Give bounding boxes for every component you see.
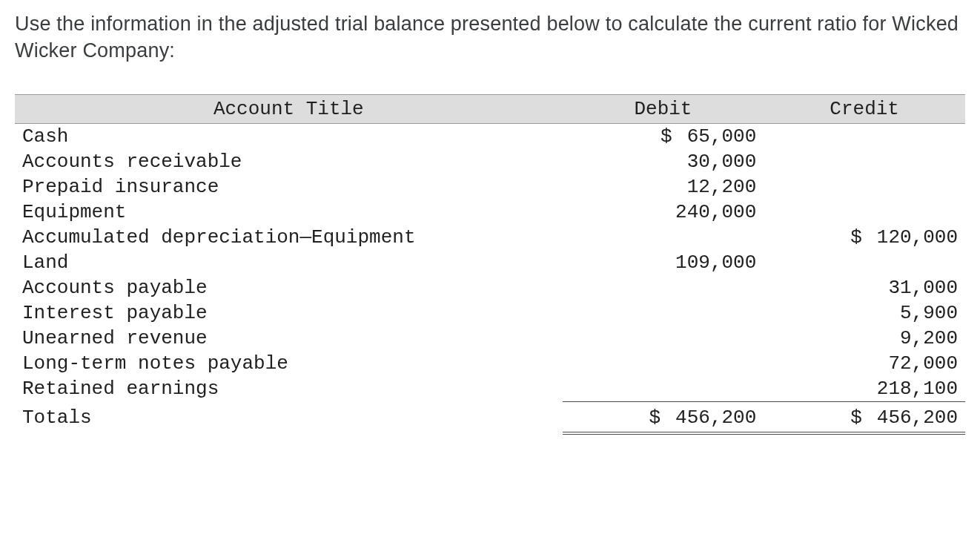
account-title: Interest payable [15, 300, 563, 326]
table-row: Prepaid insurance 12,200 [15, 174, 965, 200]
credit-value: 9,200 [764, 326, 965, 351]
table-row: Interest payable 5,900 [15, 300, 965, 326]
debit-value [563, 300, 764, 326]
debit-value: $ 65,000 [563, 123, 764, 149]
account-title: Equipment [15, 200, 563, 225]
account-title: Land [15, 250, 563, 275]
credit-value: 5,900 [764, 300, 965, 326]
trial-balance-table: Account Title Debit Credit Cash$ 65,000A… [15, 94, 965, 435]
account-title: Prepaid insurance [15, 174, 563, 200]
table-row: Retained earnings 218,100 [15, 376, 965, 402]
table-row: Long-term notes payable 72,000 [15, 351, 965, 376]
credit-value [764, 200, 965, 225]
credit-value [764, 174, 965, 200]
debit-value [563, 225, 764, 250]
credit-value: 218,100 [764, 376, 965, 402]
debit-value: 109,000 [563, 250, 764, 275]
totals-credit: $ 456,200 [764, 401, 965, 433]
table-row: Accounts receivable 30,000 [15, 149, 965, 174]
credit-value: 72,000 [764, 351, 965, 376]
col-header-account: Account Title [15, 94, 563, 123]
table-row: Accounts payable 31,000 [15, 275, 965, 300]
debit-value [563, 376, 764, 402]
totals-label: Totals [15, 401, 563, 433]
col-header-credit: Credit [764, 94, 965, 123]
credit-value [764, 149, 965, 174]
account-title: Cash [15, 123, 563, 149]
credit-value: 31,000 [764, 275, 965, 300]
debit-value [563, 275, 764, 300]
account-title: Accounts receivable [15, 149, 563, 174]
credit-value: $ 120,000 [764, 225, 965, 250]
account-title: Long-term notes payable [15, 351, 563, 376]
table-row: Unearned revenue 9,200 [15, 326, 965, 351]
account-title: Accounts payable [15, 275, 563, 300]
table-header-row: Account Title Debit Credit [15, 94, 965, 123]
debit-value: 240,000 [563, 200, 764, 225]
credit-value [764, 250, 965, 275]
totals-debit: $ 456,200 [563, 401, 764, 433]
table-row: Equipment 240,000 [15, 200, 965, 225]
account-title: Accumulated depreciation—Equipment [15, 225, 563, 250]
credit-value [764, 123, 965, 149]
table-row: Accumulated depreciation—Equipment$ 120,… [15, 225, 965, 250]
debit-value: 30,000 [563, 149, 764, 174]
question-prompt: Use the information in the adjusted tria… [15, 10, 965, 65]
account-title: Unearned revenue [15, 326, 563, 351]
table-row: Cash$ 65,000 [15, 123, 965, 149]
debit-value: 12,200 [563, 174, 764, 200]
account-title: Retained earnings [15, 376, 563, 402]
debit-value [563, 351, 764, 376]
totals-row: Totals$ 456,200$ 456,200 [15, 401, 965, 433]
table-row: Land 109,000 [15, 250, 965, 275]
debit-value [563, 326, 764, 351]
col-header-debit: Debit [563, 94, 764, 123]
